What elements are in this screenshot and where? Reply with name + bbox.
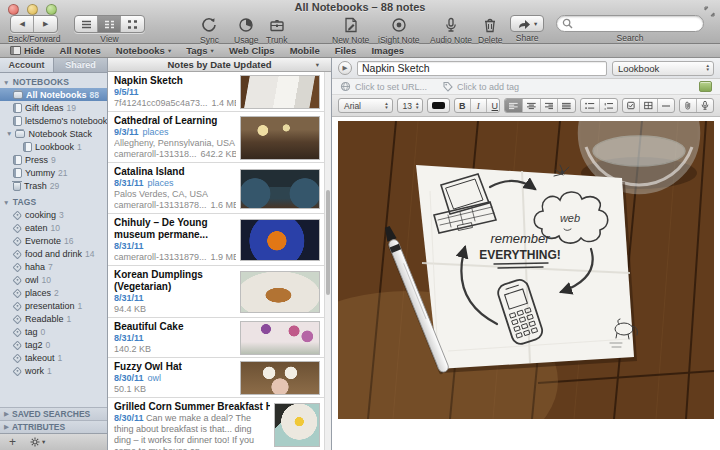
note-list-item[interactable]: Beautiful Cake 8/31/11 140.2 KB xyxy=(108,318,324,358)
note-title-input[interactable] xyxy=(357,61,607,76)
note-list-item[interactable]: Chihuly – De Young museum permane... 8/3… xyxy=(108,214,324,266)
disclosure-triangle-icon[interactable]: ▶ xyxy=(4,410,9,418)
bullet-list-button[interactable] xyxy=(581,99,600,112)
filter-tags[interactable]: Tags▾ xyxy=(186,45,214,56)
disclosure-triangle-icon[interactable]: ▼ xyxy=(3,79,10,86)
note-list-item[interactable]: Catalina Island 8/31/11places Palos Verd… xyxy=(108,163,324,214)
sidebar-tag-places[interactable]: places2 xyxy=(0,286,107,299)
title-bar[interactable]: All Notebooks – 88 notes ◀ ▶ Back/Forwar… xyxy=(0,0,720,44)
sidebar-tag-food-and-drink[interactable]: food and drink14 xyxy=(0,247,107,260)
share-arrow-icon xyxy=(517,18,531,30)
tab-account[interactable]: Account xyxy=(0,58,54,72)
usage-icon xyxy=(237,15,255,34)
checkbox-button[interactable] xyxy=(623,99,640,112)
numbered-list-button[interactable] xyxy=(600,99,618,112)
tag-icon xyxy=(443,81,453,92)
delete-group[interactable]: Delete xyxy=(478,15,503,45)
list-view-button[interactable] xyxy=(75,16,98,32)
disclosure-triangle-icon[interactable]: ▼ xyxy=(6,130,12,137)
horizontal-rule-button[interactable] xyxy=(658,99,675,112)
tab-shared[interactable]: Shared xyxy=(54,58,107,72)
filter-web-clips[interactable]: Web Clips xyxy=(229,45,275,56)
sidebar-item-all-notebooks[interactable]: All Notebooks 88 xyxy=(0,88,107,101)
sidebar-item-yummy[interactable]: Yummy 21 xyxy=(0,166,107,179)
note-date: 8/30/11 xyxy=(114,413,144,423)
snippet-view-button[interactable] xyxy=(98,16,121,32)
align-left-button[interactable] xyxy=(505,99,523,112)
sidebar-tag-cooking[interactable]: cooking3 xyxy=(0,208,107,221)
isight-note-group[interactable]: iSight Note xyxy=(378,15,420,45)
font-family-select[interactable]: Arial ▲▼ xyxy=(338,98,393,113)
table-button[interactable] xyxy=(640,99,658,112)
sidebar-item-letsdemo-notebook[interactable]: letsdemo's notebook 38 xyxy=(0,114,107,127)
trunk-group[interactable]: Trunk xyxy=(266,15,287,45)
gear-button[interactable]: ▾ xyxy=(30,437,45,447)
new-note-group[interactable]: New Note xyxy=(332,15,369,45)
tag-count: 16 xyxy=(64,236,73,246)
filter-all-notes[interactable]: All Notes xyxy=(60,45,101,56)
underline-button[interactable]: U xyxy=(487,99,501,112)
sidebar-tag-presentation[interactable]: presentation1 xyxy=(0,299,107,312)
sidebar-tag-evernote[interactable]: Evernote16 xyxy=(0,234,107,247)
filter-files[interactable]: Files xyxy=(335,45,357,56)
notes-scrollbar[interactable] xyxy=(324,72,331,450)
add-button[interactable]: + xyxy=(9,437,16,447)
note-list-item[interactable]: Napkin Sketch 9/5/11 7f41241cc09a5c4a73.… xyxy=(108,72,324,112)
note-list-item[interactable]: Korean Dumplings (Vegetarian) 8/31/11 94… xyxy=(108,266,324,318)
sidebar-item-press[interactable]: Press 9 xyxy=(0,153,107,166)
note-options-icon[interactable] xyxy=(699,81,712,92)
usage-group[interactable]: Usage xyxy=(234,15,259,45)
section-attributes[interactable]: ▶ ATTRIBUTES xyxy=(0,420,107,433)
sidebar-tag-haha[interactable]: haha7 xyxy=(0,260,107,273)
font-size-select[interactable]: 13 ▲▼ xyxy=(397,98,424,113)
bold-button[interactable]: B xyxy=(455,99,471,112)
sidebar-item-notebook-stack[interactable]: ▼ Notebook Stack xyxy=(0,127,107,140)
sync-group[interactable]: Sync xyxy=(200,15,219,45)
scrollbar-thumb[interactable] xyxy=(326,190,330,295)
section-tags[interactable]: ▼ TAGS xyxy=(0,195,107,208)
set-url-placeholder[interactable]: Click to set URL... xyxy=(355,82,427,92)
text-color-button[interactable] xyxy=(427,98,449,113)
italic-button[interactable]: I xyxy=(471,99,487,112)
sidebar-item-lookbook[interactable]: Lookbook 1 xyxy=(0,140,107,153)
sidebar-tag-eaten[interactable]: eaten10 xyxy=(0,221,107,234)
align-right-button[interactable] xyxy=(541,99,559,112)
note-list-item[interactable]: Grilled Corn Summer Breakfast Hash... 8/… xyxy=(108,398,324,450)
sidebar-tag-owl[interactable]: owl10 xyxy=(0,273,107,286)
search-input[interactable] xyxy=(556,15,704,32)
tag-label: Evernote xyxy=(25,236,61,246)
section-notebooks[interactable]: ▼ NOTEBOOKS xyxy=(0,75,107,88)
sidebar-tag-work[interactable]: work1 xyxy=(0,364,107,377)
filter-mobile[interactable]: Mobile xyxy=(290,45,320,56)
forward-button[interactable]: ▶ xyxy=(34,16,57,32)
filter-notebooks[interactable]: Notebooks▾ xyxy=(116,45,171,56)
filter-images[interactable]: Images xyxy=(371,45,404,56)
note-list-item[interactable]: Cathedral of Learning 9/3/11places Alleg… xyxy=(108,112,324,163)
align-justify-button[interactable] xyxy=(558,99,575,112)
sidebar-tag-tag[interactable]: tag0 xyxy=(0,325,107,338)
record-audio-icon[interactable] xyxy=(697,99,713,112)
audio-note-group[interactable]: Audio Note xyxy=(430,15,472,45)
present-note-button[interactable]: ▶ xyxy=(338,61,352,75)
thumbnail-view-button[interactable] xyxy=(121,16,144,32)
sidebar-item-trash[interactable]: Trash 29 xyxy=(0,179,107,192)
note-summary: Chihuly – De Young museum permane... 8/3… xyxy=(114,217,236,263)
sidebar-tag-readable[interactable]: Readable1 xyxy=(0,312,107,325)
section-saved-searches[interactable]: ▶ SAVED SEARCHES xyxy=(0,407,107,420)
add-tag-placeholder[interactable]: Click to add tag xyxy=(457,82,519,92)
sidebar-tag-tag2[interactable]: tag20 xyxy=(0,338,107,351)
note-list-item[interactable]: Fuzzy Owl Hat 8/30/11owl 50.1 KB xyxy=(108,358,324,398)
sidebar-tag-takeout[interactable]: takeout1 xyxy=(0,351,107,364)
note-content[interactable]: web remember EVERYTHING! xyxy=(332,117,720,450)
share-button[interactable]: ▾ xyxy=(510,15,544,32)
paperclip-icon[interactable] xyxy=(680,99,697,112)
delete-label: Delete xyxy=(478,35,503,45)
disclosure-triangle-icon[interactable]: ▶ xyxy=(4,423,9,431)
notes-sort-header[interactable]: Notes by Date Updated ▾ xyxy=(108,58,331,72)
hide-sidebar-button[interactable]: Hide xyxy=(10,45,45,56)
disclosure-triangle-icon[interactable]: ▼ xyxy=(3,199,10,206)
back-button[interactable]: ◀ xyxy=(11,16,34,32)
sidebar-item-gift-ideas[interactable]: Gift Ideas 19 xyxy=(0,101,107,114)
notebook-select[interactable]: Lookbook ▲▼ xyxy=(612,61,714,76)
align-center-button[interactable] xyxy=(523,99,541,112)
